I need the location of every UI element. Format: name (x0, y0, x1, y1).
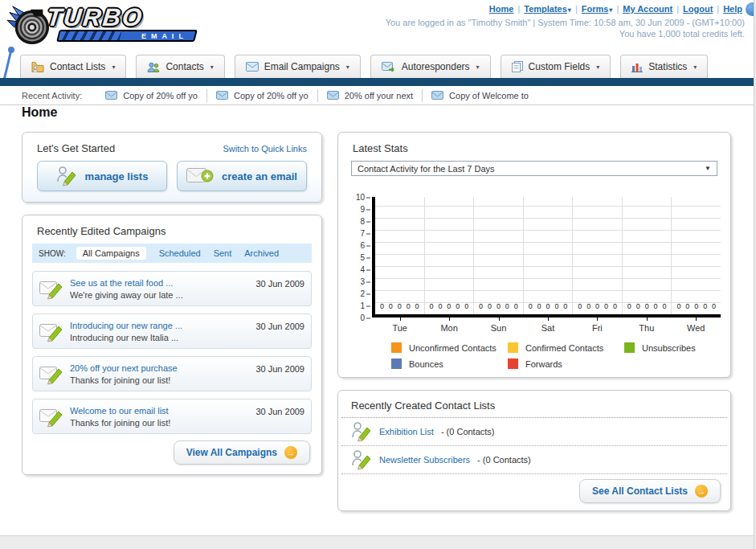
user-pencil-icon (351, 449, 372, 470)
stats-report-selected-option: Contact Activity for the Last 7 Days (358, 164, 495, 174)
campaign-row: Introducing our new range ...Introducing… (32, 313, 312, 349)
mail-small-icon (327, 91, 339, 100)
data-value-label: 0 (537, 302, 541, 310)
recent-activity-item[interactable]: Copy of 20% off yo (206, 89, 317, 102)
chart-body: 012345678910 000000000000000000000000000… (351, 197, 721, 318)
mail-small-icon (105, 91, 117, 100)
campaign-filter-strip: SHOW: All CampaignsScheduledSentArchived (32, 244, 312, 263)
legend-label: Unsubscribes (642, 343, 696, 353)
chevron-down-icon: ▼ (705, 165, 711, 172)
filter-all-campaigns[interactable]: All Campaigns (76, 247, 146, 260)
top-link-label: Logout (683, 4, 713, 14)
users-icon (147, 62, 160, 72)
campaign-subtitle: Introducing our new Italia ... (70, 333, 249, 342)
folder-user-icon (31, 61, 44, 72)
x-tick-label: Sat (523, 318, 572, 333)
separator: | (676, 4, 679, 14)
data-value-label: 0 (415, 302, 419, 310)
data-value-label: 0 (662, 302, 666, 310)
tab-contacts[interactable]: Contacts▾ (136, 55, 224, 78)
data-value-label: 0 (627, 302, 631, 310)
data-value-label: 0 (712, 302, 716, 310)
y-tick-label: 7 (360, 229, 365, 238)
recent-activity-item-label: Copy of 20% off yo (123, 91, 198, 100)
view-all-campaigns-button[interactable]: View All Campaigns → (174, 440, 310, 465)
data-value-label: 0 (380, 302, 384, 310)
y-tick-label: 2 (360, 289, 365, 298)
top-link-my-account[interactable]: My Account (623, 4, 672, 14)
campaign-subtitle: We're giving away our late ... (70, 290, 249, 300)
campaign-title-link[interactable]: 20% off your next purchase (70, 363, 249, 373)
data-value-label: 0 (464, 302, 468, 310)
navy-divider-bar (0, 78, 756, 86)
contact-list-name-link[interactable]: Newsletter Subscribers (379, 455, 470, 465)
campaign-row: Welcome to our email listThanks for join… (32, 399, 312, 434)
data-value-label: 0 (685, 302, 689, 310)
stats-report-select[interactable]: Contact Activity for the Last 7 Days ▼ (351, 161, 717, 176)
contact-list-name-link[interactable]: Exhibition List (379, 427, 434, 436)
application-window: TURBO EMAIL Home|Templates▾|Forms▾|My Ac… (0, 0, 756, 549)
legend-label: Confirmed Contacts (525, 343, 603, 353)
campaign-title-link[interactable]: See us at the retail food ... (70, 278, 249, 288)
data-value-label: 0 (613, 302, 617, 310)
x-tick-label: Wed (672, 318, 721, 333)
campaign-title-link[interactable]: Welcome to our email list (70, 406, 249, 416)
top-link-forms[interactable]: Forms▾ (582, 4, 613, 14)
data-value-label: 0 (645, 302, 649, 310)
top-link-templates[interactable]: Templates▾ (524, 4, 571, 14)
chart-day-group: 00000 (572, 197, 622, 314)
dropdown-caret-icon: ▾ (609, 6, 612, 14)
top-link-logout[interactable]: Logout (683, 4, 713, 14)
user-pencil-icon (56, 166, 77, 186)
campaign-edit-icon (39, 363, 63, 385)
logo[interactable]: TURBO EMAIL (6, 2, 199, 48)
recent-activity-item[interactable]: Copy of Welcome to (422, 89, 537, 102)
legend-swatch (624, 342, 635, 353)
data-value-label: 0 (438, 302, 442, 310)
tab-custom-fields[interactable]: Custom Fields▾ (501, 55, 611, 78)
manage-lists-button[interactable]: manage lists (37, 161, 167, 191)
logo-email-bar: EMAIL (56, 30, 198, 42)
contact-activity-chart: 012345678910 000000000000000000000000000… (351, 197, 721, 333)
data-value-label: 0 (586, 302, 590, 310)
bar-chart-icon (631, 62, 643, 72)
create-an-email-button[interactable]: create an email (177, 161, 307, 191)
tab-email-campaigns[interactable]: Email Campaigns▾ (235, 55, 361, 78)
recent-activity-item[interactable]: Copy of 20% off yo (96, 89, 206, 102)
chart-day-group: 00000 (473, 197, 523, 314)
x-tick-label: Tue (375, 318, 424, 333)
dropdown-caret-icon: ▾ (596, 64, 599, 71)
filter-sent[interactable]: Sent (214, 248, 232, 258)
campaigns-title: Recently Edited Campaigns (37, 225, 166, 237)
campaigns-header: Recently Edited Campaigns (22, 215, 321, 237)
filter-archived[interactable]: Archived (244, 248, 279, 258)
chart-day-group: 00000 (671, 197, 721, 314)
logo-text: TURBO EMAIL (47, 3, 196, 42)
x-tick-label: Fri (573, 318, 622, 333)
top-link-home[interactable]: Home (489, 4, 514, 14)
contact-list-items: Exhibition List- (0 Contacts)Newsletter … (338, 418, 730, 474)
campaign-title-link[interactable]: Introducing our new range ... (70, 321, 249, 330)
turbo-turbine-icon (6, 3, 51, 50)
see-all-contact-lists-button[interactable]: See All Contact Lists → (579, 479, 721, 503)
data-value-labels: 00000 (425, 302, 474, 310)
legend-item: Confirmed Contacts (508, 342, 624, 353)
get-started-panel: Let's Get Started Switch to Quick Links … (22, 132, 322, 203)
top-link-help[interactable]: Help (723, 4, 742, 14)
campaign-row: See us at the retail food ...We're givin… (32, 271, 312, 306)
recent-activity-item[interactable]: 20% off your next (317, 89, 422, 102)
data-value-label: 0 (563, 302, 567, 310)
x-tick-label: Sun (474, 318, 523, 333)
switch-to-quick-links-link[interactable]: Switch to Quick Links (223, 144, 307, 154)
credits-text: You have 1,000 total credits left. (386, 29, 745, 39)
top-link-label: Forms (582, 4, 609, 14)
tab-statistics[interactable]: Statistics▾ (620, 55, 708, 78)
contact-lists-panel: Recently Created Contact Lists Exhibitio… (337, 390, 731, 511)
main-tab-bar: Contact Lists▾Contacts▾Email Campaigns▾A… (20, 55, 708, 78)
dropdown-caret-icon: ▾ (693, 64, 697, 71)
get-started-header: Let's Get Started Switch to Quick Links (22, 133, 321, 154)
tab-autoresponders[interactable]: Autoresponders▾ (370, 55, 491, 78)
envelope-icon (246, 62, 259, 72)
tab-contact-lists[interactable]: Contact Lists▾ (20, 55, 126, 78)
filter-scheduled[interactable]: Scheduled (159, 248, 201, 258)
